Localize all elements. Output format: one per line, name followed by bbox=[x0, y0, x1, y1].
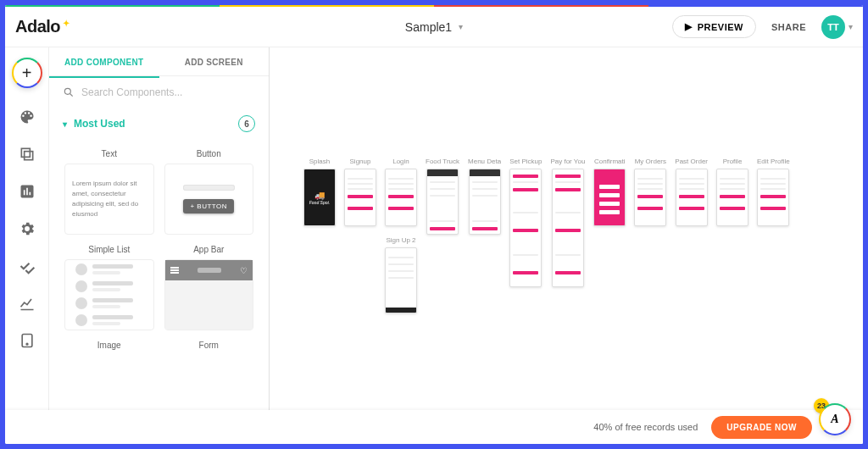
left-rail: + bbox=[5, 47, 49, 444]
project-switcher[interactable]: Sample1 ▾ bbox=[405, 20, 463, 34]
component-simple-list[interactable]: Simple List bbox=[59, 240, 159, 335]
component-button[interactable]: Button + BUTTON bbox=[159, 144, 259, 240]
screen-thumbnail[interactable]: Pay for You bbox=[550, 158, 585, 287]
screen-preview bbox=[757, 169, 789, 226]
screen-thumbnail[interactable]: Confirmati bbox=[593, 158, 626, 226]
chevron-down-icon: ▾ bbox=[63, 119, 67, 129]
topbar: Adalo ✦ Sample1 ▾ ▶ PREVIEW SHARE TT ▾ bbox=[5, 7, 863, 47]
screen-label: Menu Deta bbox=[468, 158, 501, 165]
palette-icon[interactable] bbox=[19, 108, 36, 125]
tab-add-component[interactable]: ADD COMPONENT bbox=[49, 47, 159, 75]
screen-label: Login bbox=[392, 158, 409, 165]
sparkle-icon: ✦ bbox=[63, 19, 70, 28]
analytics-icon[interactable] bbox=[19, 295, 36, 312]
upgrade-button[interactable]: UPGRADE NOW bbox=[711, 416, 812, 439]
chevron-down-icon: ▾ bbox=[849, 22, 853, 31]
component-title: Simple List bbox=[64, 245, 154, 254]
svg-point-3 bbox=[26, 343, 28, 345]
component-title: Form bbox=[164, 341, 254, 350]
avatar: TT bbox=[821, 15, 845, 39]
screen-preview bbox=[344, 169, 376, 226]
screen-label: Confirmati bbox=[594, 158, 625, 165]
svg-point-4 bbox=[64, 88, 70, 94]
screen-label: Pay for You bbox=[550, 158, 585, 165]
screen-preview bbox=[716, 169, 748, 226]
section-count: 6 bbox=[238, 115, 255, 132]
adalo-badge[interactable]: A bbox=[821, 405, 849, 434]
screen-thumbnail[interactable]: Edit Profile bbox=[757, 158, 790, 226]
screen-label: Food Truck bbox=[426, 158, 459, 165]
text-preview: Lorem ipsum dolor sit amet, consectetur … bbox=[72, 179, 147, 219]
screen-preview bbox=[634, 169, 666, 226]
play-icon: ▶ bbox=[685, 21, 693, 32]
section-most-used[interactable]: ▾ Most Used 6 bbox=[49, 107, 269, 141]
component-panel: ADD COMPONENT ADD SCREEN ▾ Most Used 6 T… bbox=[49, 47, 270, 444]
screen-label: Splash bbox=[309, 158, 330, 165]
section-title: Most Used bbox=[74, 118, 125, 130]
project-name: Sample1 bbox=[405, 20, 452, 34]
screens-icon[interactable] bbox=[19, 146, 36, 163]
screen-preview bbox=[426, 169, 459, 235]
search-row bbox=[49, 78, 269, 107]
settings-icon[interactable] bbox=[19, 220, 36, 237]
screen-label: Sign Up 2 bbox=[386, 236, 415, 244]
component-image[interactable]: Image bbox=[59, 335, 159, 360]
screen-thumbnail[interactable]: Menu Deta bbox=[468, 158, 501, 235]
screen-label: Edit Profile bbox=[757, 158, 790, 165]
screen-preview bbox=[593, 169, 626, 226]
screen-thumbnail[interactable]: Past Order bbox=[675, 158, 708, 226]
screen-preview bbox=[552, 169, 584, 287]
database-icon[interactable] bbox=[19, 183, 36, 200]
button-preview-label: + BUTTON bbox=[183, 199, 234, 213]
search-input[interactable] bbox=[81, 86, 255, 98]
component-title: App Bar bbox=[164, 245, 254, 254]
publish-icon[interactable] bbox=[19, 332, 36, 349]
screen-label: My Orders bbox=[635, 158, 666, 165]
component-title: Text bbox=[64, 149, 154, 158]
checklist-icon[interactable] bbox=[19, 258, 36, 274]
brand-name: Adalo bbox=[15, 17, 60, 36]
screen-preview bbox=[676, 169, 708, 226]
screen-thumbnail[interactable]: Food Truck bbox=[426, 158, 459, 235]
screen-preview bbox=[385, 247, 417, 313]
screen-thumbnail[interactable]: LoginSign Up 2 bbox=[385, 158, 417, 313]
share-button[interactable]: SHARE bbox=[771, 22, 806, 32]
component-text[interactable]: Text Lorem ipsum dolor sit amet, consect… bbox=[59, 144, 159, 240]
usage-text: 40% of free records used bbox=[593, 422, 698, 432]
screen-label: Profile bbox=[723, 158, 743, 165]
brand-logo[interactable]: Adalo ✦ bbox=[15, 17, 70, 36]
component-app-bar[interactable]: App Bar ♡ bbox=[159, 240, 259, 335]
footer-bar: 40% of free records used UPGRADE NOW bbox=[5, 410, 863, 444]
canvas[interactable]: SplashFood Spot.SignupLoginSign Up 2Food… bbox=[270, 47, 863, 444]
svg-rect-1 bbox=[24, 152, 32, 160]
preview-button[interactable]: ▶ PREVIEW bbox=[672, 15, 756, 38]
component-title: Button bbox=[164, 149, 254, 158]
heart-icon: ♡ bbox=[240, 266, 248, 275]
screen-label: Past Order bbox=[675, 158, 708, 165]
component-form[interactable]: Form bbox=[159, 335, 259, 360]
screen-preview bbox=[509, 169, 542, 287]
search-icon bbox=[63, 86, 75, 98]
screen-label: Signup bbox=[350, 158, 371, 165]
screen-label: Set Pickup bbox=[509, 158, 542, 165]
screen-thumbnail[interactable]: My Orders bbox=[634, 158, 666, 226]
add-button[interactable]: + bbox=[12, 58, 42, 88]
screen-thumbnail[interactable]: Set Pickup bbox=[509, 158, 542, 287]
component-title: Image bbox=[64, 341, 154, 350]
screen-thumbnail[interactable]: Signup bbox=[344, 158, 376, 226]
screen-preview bbox=[469, 169, 501, 235]
svg-rect-0 bbox=[21, 148, 30, 157]
hamburger-icon bbox=[170, 269, 179, 271]
tab-add-screen[interactable]: ADD SCREEN bbox=[159, 47, 270, 75]
screen-thumbnail[interactable]: SplashFood Spot. bbox=[303, 158, 336, 226]
screen-preview bbox=[385, 169, 417, 226]
preview-label: PREVIEW bbox=[698, 22, 743, 32]
screen-thumbnail[interactable]: Profile bbox=[716, 158, 748, 226]
chevron-down-icon: ▾ bbox=[459, 22, 463, 31]
account-menu[interactable]: TT ▾ bbox=[821, 15, 853, 39]
screen-preview: Food Spot. bbox=[303, 169, 336, 226]
